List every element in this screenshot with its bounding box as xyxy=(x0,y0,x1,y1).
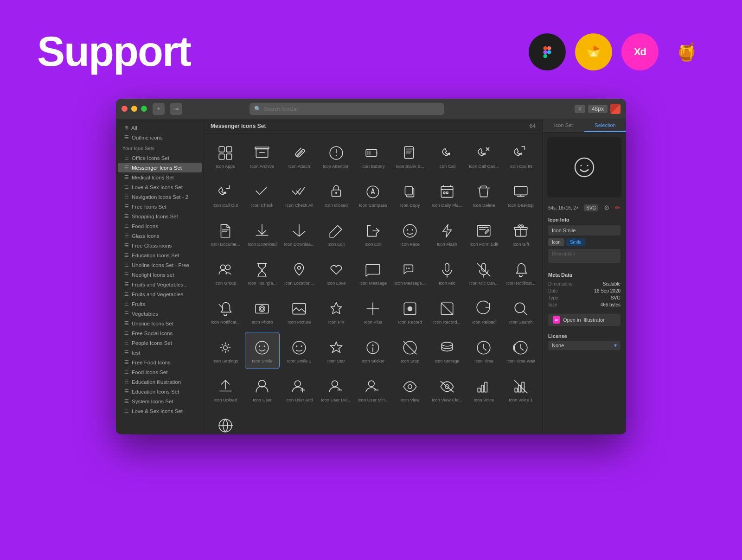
sidebar-item-0[interactable]: ☰Office Icons Set xyxy=(118,153,202,163)
icon-cell-reload[interactable]: Icon Reload xyxy=(467,293,502,330)
icon-cell-closed[interactable]: Icon Closed xyxy=(319,176,354,213)
sidebar-item-3[interactable]: ☰Love & Sex Icons Set xyxy=(118,182,202,192)
icon-cell-sticker[interactable]: Icon Sticker xyxy=(356,332,391,369)
sidebar-item-18[interactable]: ☰Free Social icons xyxy=(118,328,202,338)
icon-cell-star[interactable]: Icon Star xyxy=(319,332,354,369)
icon-cell-battery[interactable]: Icon Battery xyxy=(356,137,391,174)
color-button[interactable] xyxy=(610,104,620,114)
icon-cell-copy[interactable]: Icon Copy xyxy=(392,176,428,213)
sidebar-item-22[interactable]: ☰Food Icons Set xyxy=(118,367,202,377)
sidebar-item-11[interactable]: ☰Unoline Icons Set - Free xyxy=(118,260,202,270)
sidebar-item-13[interactable]: ☰Fruits and Vegetables... xyxy=(118,280,202,289)
icon-cell-user[interactable]: Icon User xyxy=(245,371,280,408)
icon-cell-settings[interactable]: Icon Settings xyxy=(208,332,243,369)
icon-cell-time[interactable]: Icon Time xyxy=(467,332,502,369)
tab-icon-set[interactable]: Icon Set xyxy=(543,119,584,132)
sidebar-item-2[interactable]: ☰Medical Icons Set xyxy=(118,172,202,182)
figma-icon[interactable] xyxy=(529,33,566,70)
icon-description[interactable]: Description xyxy=(548,249,620,263)
icon-cell-flash[interactable]: Icon Flash xyxy=(429,215,465,252)
icon-cell-useradd[interactable]: Icon User Add xyxy=(281,371,317,408)
icon-cell-attach[interactable]: Icon Attach xyxy=(281,137,317,174)
icon-cell-blank[interactable]: Icon Blank E... xyxy=(392,137,428,174)
icon-cell-picture[interactable]: Icon Picture xyxy=(281,293,317,330)
icon-cell-location[interactable]: Icon Location... xyxy=(281,254,317,291)
icon-cell-download[interactable]: Icon Download xyxy=(245,215,280,252)
sidebar-item-25[interactable]: ☰System Icons Set xyxy=(118,396,202,406)
icon-cell-stop[interactable]: Icon Stop xyxy=(392,332,428,369)
icon-cell-download2[interactable]: Icon Downloa... xyxy=(281,215,317,252)
sidebar-item-8[interactable]: ☰Glass icons xyxy=(118,231,202,241)
icon-cell-formedit[interactable]: Icon Form Edit xyxy=(467,215,502,252)
sidebar-item-24[interactable]: ☰Education Icons Set xyxy=(118,387,202,396)
icon-cell-notif2[interactable]: Icon Notificat... xyxy=(208,293,243,330)
icon-cell-gift[interactable]: Icon Gift xyxy=(503,215,538,252)
icon-cell-view[interactable]: Icon View xyxy=(392,371,428,408)
format-edit-button[interactable]: ✏ xyxy=(615,204,620,211)
icon-cell-desktop[interactable]: Icon Desktop xyxy=(503,176,538,213)
icon-cell-apps[interactable]: Icon Apps xyxy=(208,137,243,174)
icon-cell-upload[interactable]: Icon Upload xyxy=(208,371,243,408)
sidebar-item-15[interactable]: ☰Fruits xyxy=(118,299,202,309)
icon-cell-timewait[interactable]: Icon Time Wait xyxy=(503,332,538,369)
icon-cell-message2[interactable]: Icon Message... xyxy=(392,254,428,291)
sidebar-item-20[interactable]: ☰test xyxy=(118,348,202,357)
icon-cell-face[interactable]: Icon Face xyxy=(392,215,428,252)
icon-cell-userdel[interactable]: Icon User Del... xyxy=(319,371,354,408)
jar-icon[interactable]: 🍯 xyxy=(668,33,705,70)
tag-smile[interactable]: Smile xyxy=(566,238,585,246)
icon-cell-miccan[interactable]: Icon Mic Can... xyxy=(467,254,502,291)
icon-cell-checkall[interactable]: Icon Check All xyxy=(281,176,317,213)
sidebar-item-12[interactable]: ☰Neolight Icons set xyxy=(118,270,202,280)
add-button[interactable]: + xyxy=(153,103,165,115)
icon-cell-storage[interactable]: Icon Storage xyxy=(429,332,465,369)
icon-cell-archive[interactable]: Icon Archive xyxy=(245,137,280,174)
icon-cell-notif[interactable]: Icon Notificat... xyxy=(503,254,538,291)
icon-cell-callin[interactable]: Icon Call IN xyxy=(503,137,538,174)
icon-cell-viewclo[interactable]: Icon View Clo... xyxy=(429,371,465,408)
icon-name[interactable]: Icon Smile xyxy=(548,225,620,235)
sidebar-item-5[interactable]: ☰Free Icons Set xyxy=(118,202,202,211)
license-select[interactable]: None xyxy=(548,341,620,350)
sidebar-item-17[interactable]: ☰Unoline Icons Set xyxy=(118,318,202,328)
icon-cell-smile1[interactable]: Icon Smile 1 xyxy=(281,332,317,369)
icon-cell-compass[interactable]: Icon Compass xyxy=(356,176,391,213)
icon-cell-voice1[interactable]: Icon Voice 1 xyxy=(503,371,538,408)
icon-cell-callcan[interactable]: Icon Call Can... xyxy=(467,137,502,174)
icon-cell-group[interactable]: Icon Group xyxy=(208,254,243,291)
sidebar-item-6[interactable]: ☰Shopping Icons Set xyxy=(118,211,202,221)
icon-cell-exit[interactable]: Icon Exit xyxy=(356,215,391,252)
icon-cell-search[interactable]: Icon Search xyxy=(503,293,538,330)
sidebar-item-all[interactable]: ⊞ All xyxy=(118,123,202,133)
close-button[interactable] xyxy=(122,106,128,112)
sidebar-item-1[interactable]: ☰Messenger Icons Set xyxy=(118,163,202,172)
sidebar-item-7[interactable]: ☰Food Icons xyxy=(118,221,202,231)
search-bar[interactable]: 🔍 Search IconJar xyxy=(249,103,444,115)
sidebar-item-10[interactable]: ☰Education Icons Set xyxy=(118,250,202,260)
icon-cell-call[interactable]: Icon Call xyxy=(429,137,465,174)
icon-cell-love[interactable]: Icon Love xyxy=(319,254,354,291)
icon-cell-world[interactable]: Icon World xyxy=(208,410,243,434)
icon-cell-voice[interactable]: Icon Voice xyxy=(467,371,502,408)
icon-cell-record2[interactable]: Icon Record... xyxy=(429,293,465,330)
sidebar-item-9[interactable]: ☰Free Glass icons xyxy=(118,241,202,250)
icon-cell-document[interactable]: Icon Docume... xyxy=(208,215,243,252)
sidebar-item-16[interactable]: ☰Vegetables xyxy=(118,309,202,318)
icon-cell-check[interactable]: Icon Check xyxy=(245,176,280,213)
sidebar-item-19[interactable]: ☰People Icons Set xyxy=(118,338,202,348)
tag-icon[interactable]: Icon xyxy=(548,238,564,246)
icon-cell-message[interactable]: Icon Message xyxy=(356,254,391,291)
icon-cell-plus[interactable]: Icon Plus xyxy=(356,293,391,330)
icon-cell-hourglass[interactable]: Icon Hourgla... xyxy=(245,254,280,291)
sidebar-item-14[interactable]: ☰Fruits and Vegetables xyxy=(118,289,202,299)
icon-cell-callout[interactable]: Icon Call Out xyxy=(208,176,243,213)
icon-cell-mic[interactable]: Icon Mic xyxy=(429,254,465,291)
icon-cell-edit[interactable]: Icon Edit xyxy=(319,215,354,252)
sidebar-item-23[interactable]: ☰Education illustration xyxy=(118,377,202,387)
icon-cell-photo[interactable]: Icon Photo xyxy=(245,293,280,330)
minimize-button[interactable] xyxy=(131,106,137,112)
sidebar-item-outline[interactable]: ☰ Outline icons xyxy=(118,133,202,142)
icon-cell-attention[interactable]: Icon Attention xyxy=(319,137,354,174)
icon-cell-smile[interactable]: Icon Smile xyxy=(245,332,280,369)
icon-cell-record[interactable]: Icon Record xyxy=(392,293,428,330)
